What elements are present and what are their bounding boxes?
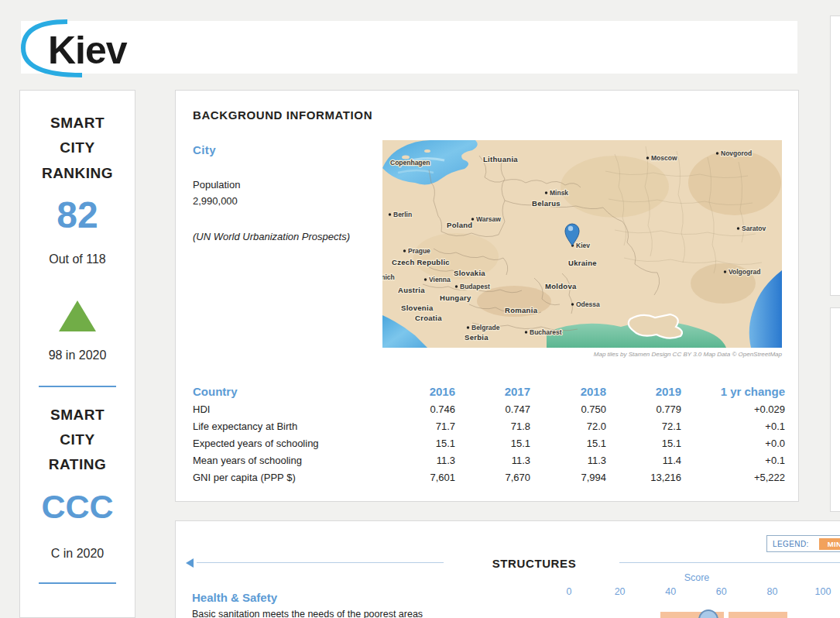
ranking-outof: Out of 118 [20,252,135,266]
right-panel-clipped-bottom [830,307,840,512]
map-label-saratov: Saratov [742,225,766,232]
row-value: 11.3 [455,455,530,466]
row-value: 7,601 [410,472,455,483]
map-city-dot [571,303,574,305]
map-label-berlin: Berlin [393,211,412,218]
map-city-dot [471,218,474,220]
map-city-dot [724,270,726,273]
map-label-odessa: Odessa [576,300,600,308]
score-tick: 20 [605,586,636,597]
background-information-panel: BACKGROUND INFORMATION City Population 2… [175,90,799,502]
row-value: +0.029 [681,403,785,415]
row-value: 0.747 [455,403,530,415]
score-tick: 60 [706,586,737,597]
row-value: 72.0 [530,421,606,432]
map-city-dot [467,326,469,328]
divider-line-left [197,562,444,563]
map-label-volgograd: Volgograd [729,268,760,276]
map-label-belgrade: Belgrade [471,324,500,331]
row-value: 71.8 [455,421,530,432]
ranking-title: SMART CITY RANKING [20,111,135,186]
row-label: Life expectancy at Birth [193,421,410,432]
map-label-czech-republic: Czech Republic [392,258,450,266]
table-row: Mean years of schooling11.311.311.311.4+… [193,451,785,469]
map-city-dot [525,331,527,333]
prev-section-arrow[interactable] [186,558,194,568]
map-label-copenhagen: Copenhagen [390,159,430,167]
map-city-dot [716,152,718,154]
map-label-budapest: Budapest [460,283,490,290]
indicator-text: Basic sanitation meets the needs of the … [192,609,423,618]
row-value: 0.779 [606,403,681,415]
map-label-bucharest: Bucharest [530,328,562,336]
map-city-dot [455,285,458,287]
row-value: +0.1 [681,421,785,432]
table-row: HDI0.7460.7470.7500.779+0.029 [193,400,785,417]
header-bar [21,21,797,74]
map-label-austria: Austria [398,286,425,294]
table-row: Life expectancy at Birth71.771.872.072.1… [193,417,785,434]
legend-label: LEGEND: [773,540,809,548]
country-table: Country20162017201820191 yr change HDI0.… [193,382,785,486]
map-city-dot [545,191,547,194]
row-value: 71.7 [410,421,455,432]
table-header-cell: 1 yr change [681,385,785,398]
map-label-romania: Romania [505,306,538,314]
row-value: 0.750 [530,403,606,415]
section-title: BACKGROUND INFORMATION [193,108,372,122]
score-tick: 80 [756,586,787,597]
table-row: Expected years of schooling15.115.115.11… [193,434,785,451]
table-header-cell: 2018 [530,385,606,398]
row-value: 72.1 [606,421,681,432]
trend-up-icon [59,300,96,331]
table-header-cell: Country [193,385,410,398]
city-label: City [193,143,216,156]
rating-title: SMART CITY RATING [20,403,135,478]
row-value: 11.4 [606,455,681,466]
smart-city-profile-page: Kiev SMART CITY RANKING 82 Out of 118 98… [0,0,840,618]
table-header-cell: 2019 [606,385,681,398]
table-header-cell: 2016 [410,385,455,398]
sidebar-divider [39,386,116,387]
map-attribution: Map tiles by Stamen Design CC BY 3.0 Map… [382,351,782,358]
map-label-minsk: Minsk [550,189,568,197]
map-city-dot [403,249,406,252]
ranking-value: 82 [20,197,135,234]
legend-min-chip: MIN [819,538,840,550]
map-city-dot [424,278,427,280]
row-label: HDI [193,403,410,415]
row-value: +0.0 [681,438,785,449]
score-ticks: 020406080100 [0,586,840,599]
score-tick: 0 [554,586,585,597]
divider-line-right [619,562,840,563]
map-city-dot [389,213,391,215]
row-value: 11.3 [530,455,606,466]
row-label: Mean years of schooling [193,455,410,466]
map-label-moscow: Moscow [651,154,677,162]
population-label: Population [193,179,240,191]
row-value: 11.3 [410,455,455,466]
map-label-hungary: Hungary [440,294,471,302]
map-label-warsaw: Warsaw [476,215,501,223]
map-label-lithuania: Lithuania [483,155,518,163]
category-health-safety: Health & Safety [192,591,277,604]
row-value: 7,994 [530,472,606,483]
europe-map-svg: CopenhagenLithuaniaMoscowNovgorodMinskBe… [382,140,782,348]
table-row: GNI per capita (PPP $)7,6017,6707,99413,… [193,469,785,486]
row-label: GNI per capita (PPP $) [193,472,410,483]
map-label-serbia: Serbia [465,333,489,342]
map-label-croatia: Croatia [415,314,442,322]
table-header-cell: 2017 [455,385,530,398]
map-label-belarus: Belarus [532,199,561,208]
score-tick: 40 [655,586,686,597]
rating-value: CCC [20,490,135,524]
row-value: 0.746 [410,403,455,415]
row-value: 15.1 [606,438,681,449]
row-value: 7,670 [455,472,530,483]
map-label-vienna: Vienna [429,276,451,283]
map-city-dot [646,156,649,159]
population-source-note: (UN World Urbanization Prospects) [193,231,350,242]
map-label-slovenia: Slovenia [401,304,434,312]
sidebar-divider-2 [39,582,116,584]
structures-title: STRUCTURES [465,557,604,570]
